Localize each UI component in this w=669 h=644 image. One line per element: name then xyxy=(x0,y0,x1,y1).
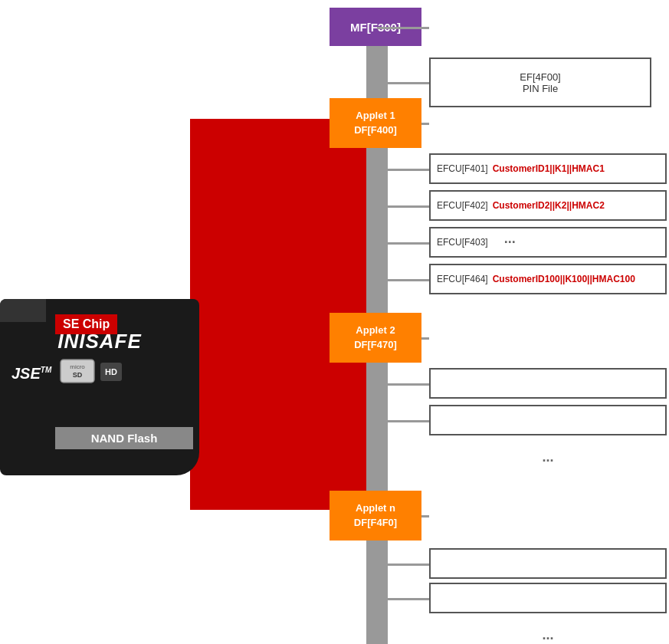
svg-text:micro: micro xyxy=(70,363,85,370)
applet-n-block: Applet n DF[F4F0] xyxy=(330,491,421,540)
applet-n-empty-box-2 xyxy=(429,583,667,613)
nand-flash-label: NAND Flash xyxy=(55,427,193,449)
applet-n-label2: DF[F4F0] xyxy=(354,516,397,530)
diagram-container: MF[F300] EF[4F00] PIN File Applet 1 DF[F… xyxy=(0,0,669,644)
conn-efcu3 xyxy=(377,242,429,245)
conn-empty1 xyxy=(377,383,429,386)
applet2-block: Applet 2 DF[F470] xyxy=(330,313,421,363)
efcu-f402-data: CustomerID2||K2||HMAC2 xyxy=(493,200,605,211)
microsd-icon: micro SD xyxy=(59,358,96,389)
svg-text:SD: SD xyxy=(73,371,83,379)
efcu-f401-id: EFCU[F401] xyxy=(437,163,488,174)
applet-n-label1: Applet n xyxy=(356,501,395,515)
conn-efcu2 xyxy=(377,205,429,208)
applet1-label2: DF[F400] xyxy=(354,123,397,137)
nand-flash-text: NAND Flash xyxy=(91,432,158,445)
conn-mf xyxy=(377,27,429,29)
sd-card-notch xyxy=(0,299,46,322)
svg-text:HD: HD xyxy=(105,367,117,376)
applet2-empty-box-1 xyxy=(429,368,667,399)
sd-card-label: INISAFE JSETM micro SD HD xyxy=(8,330,192,389)
hd-icon: HD xyxy=(99,361,123,386)
applet1-label1: Applet 1 xyxy=(356,109,395,123)
conn-efcu1 xyxy=(377,169,429,171)
se-chip-label: SE Chip xyxy=(55,314,117,334)
applet2-dots-box: ... xyxy=(429,442,667,472)
efcu-f401-data: CustomerID1||K1||HMAC1 xyxy=(493,163,605,174)
efcu-f402-box: EFCU[F402] CustomerID2||K2||HMAC2 xyxy=(429,190,667,221)
applet2-label2: DF[F470] xyxy=(354,338,397,352)
efcu-f403-dots: ··· xyxy=(493,235,516,251)
applet2-empty-box-2 xyxy=(429,405,667,435)
conn-n1 xyxy=(377,564,429,566)
applet-n-empty-box-1 xyxy=(429,548,667,579)
conn-n2 xyxy=(377,598,429,600)
applet2-label1: Applet 2 xyxy=(356,324,395,337)
conn-ef-pin xyxy=(377,82,429,84)
conn-efcu4 xyxy=(377,279,429,281)
efcu-f464-id: EFCU[F464] xyxy=(437,274,488,284)
efcu-f402-id: EFCU[F402] xyxy=(437,200,488,211)
efcu-f464-data: CustomerID100||K100||HMAC100 xyxy=(493,274,635,284)
jse-model: JSETM xyxy=(11,365,51,383)
ef-pin-box: EF[4F00] PIN File xyxy=(429,58,651,107)
conn-empty2 xyxy=(377,420,429,422)
applet-n-dots: ... xyxy=(542,627,553,643)
ef-pin-label2: PIN File xyxy=(523,83,558,94)
efcu-f403-id: EFCU[F403] xyxy=(437,237,488,248)
efcu-f403-box: EFCU[F403] ··· xyxy=(429,227,667,258)
applet-n-dots-box: ... xyxy=(429,619,667,644)
ef-pin-label1: EF[4F00] xyxy=(520,71,560,83)
se-chip-text: SE Chip xyxy=(63,317,110,330)
applet2-dots: ... xyxy=(542,449,553,465)
efcu-f401-box: EFCU[F401] CustomerID1||K1||HMAC1 xyxy=(429,153,667,184)
applet1-block: Applet 1 DF[F400] xyxy=(330,98,421,148)
efcu-f464-box: EFCU[F464] CustomerID100||K100||HMAC100 xyxy=(429,264,667,294)
